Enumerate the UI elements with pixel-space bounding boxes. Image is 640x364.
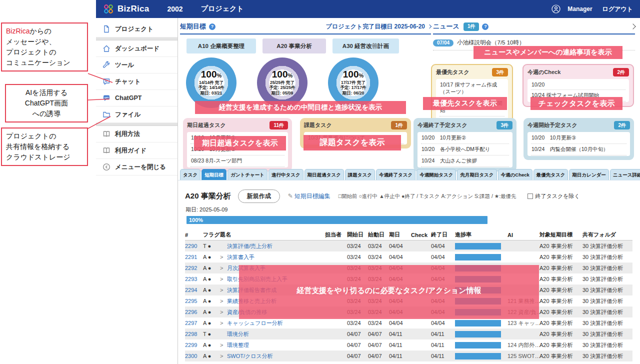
sidebar-item-label: ファイル bbox=[115, 110, 140, 119]
task-id-link[interactable]: 2299 bbox=[185, 342, 203, 348]
sidebar-item-project[interactable]: プロジェクト bbox=[96, 21, 178, 38]
card-title: 今週終了予定タスク bbox=[418, 122, 468, 129]
new-task-button[interactable]: 新規作成 bbox=[238, 190, 280, 203]
home-icon bbox=[102, 44, 110, 52]
task-title-link[interactable]: 決算評価/売上分析 bbox=[227, 243, 272, 249]
tab[interactable]: 期日超過タスク bbox=[304, 169, 344, 180]
subtask-arrow: > bbox=[220, 342, 227, 348]
sidebar-item-label: 利用方法 bbox=[115, 130, 140, 138]
table-row: 2297 A ● >キャッシュフロー分析 03/24 03/24 04/04 0… bbox=[185, 318, 632, 328]
sidebar-item-how-to-use[interactable]: 利用方法 bbox=[96, 126, 178, 142]
tab[interactable]: ガントチャート bbox=[228, 169, 268, 180]
goal-pill-a30[interactable]: A30 経営改善計画 bbox=[332, 38, 399, 54]
folder-icon bbox=[102, 110, 110, 118]
sidebar-item-label: チャット bbox=[115, 78, 140, 86]
goal-pill-a20[interactable]: A20 事業分析 bbox=[262, 38, 326, 54]
help-icon[interactable]: ? bbox=[482, 24, 488, 30]
col-header-flag: フラグ bbox=[203, 231, 220, 238]
task-list-item[interactable]: 08/23 8月-スーツ部門 bbox=[190, 156, 284, 167]
tab[interactable]: タスク bbox=[180, 169, 200, 180]
task-list-item[interactable]: 10/20 bbox=[531, 80, 626, 90]
status-legend: □開始前 ○進行中 ▲停止中 ●終了 / T:タスク A:アクション S:課題 … bbox=[338, 193, 516, 200]
task-title-link[interactable]: 決算書入手 bbox=[227, 254, 254, 260]
sidebar-item-chatgpt[interactable]: GPT ChatGPT bbox=[96, 90, 178, 106]
sidebar-item-user-guide[interactable]: 利用ガイド bbox=[96, 142, 178, 159]
task-title-link[interactable]: 環境整理 bbox=[227, 342, 249, 348]
card-title: 今週のCheck bbox=[528, 68, 560, 76]
task-id-link[interactable]: 2296 bbox=[185, 309, 203, 315]
task-flag: A ● bbox=[203, 298, 220, 304]
task-id-link[interactable]: 2297 bbox=[185, 320, 203, 326]
task-progress-bar bbox=[455, 342, 501, 348]
task-flag: A ● bbox=[203, 276, 220, 282]
task-ai-link[interactable]: 123 キャッ… bbox=[508, 320, 540, 327]
tab[interactable]: 課題タスク bbox=[345, 169, 375, 180]
task-folder: 30 決算評価分析 bbox=[582, 286, 632, 294]
task-list-item[interactable]: 10/20 各小学校へDM手配り bbox=[421, 144, 509, 156]
tab[interactable]: 今週のCheck bbox=[498, 169, 532, 180]
user-account-icon[interactable] bbox=[552, 4, 560, 14]
task-list-item[interactable]: 10/20 10月更新② bbox=[421, 132, 509, 144]
task-ai-link[interactable]: 124 内部外… bbox=[508, 342, 540, 349]
task-id-link[interactable]: 2293 bbox=[185, 276, 203, 282]
task-title-link[interactable]: 環境分析 bbox=[227, 331, 249, 337]
task-flag: A ● bbox=[203, 342, 220, 348]
exclude-finished-checkbox[interactable]: 終了タスクを除く bbox=[528, 192, 580, 200]
panel-title: ニュース bbox=[433, 22, 460, 31]
week-start-tasks-card: 今週開始予定タスク 2件 10/20 10月更新③10/24 内覧会開催（10月… bbox=[524, 118, 634, 160]
tab[interactable]: 期日カレンダー bbox=[569, 169, 608, 180]
task-due-date: 04/11 bbox=[389, 353, 411, 359]
task-id-link[interactable]: 2300 bbox=[185, 353, 203, 359]
task-id-link[interactable]: 2295 bbox=[185, 298, 203, 304]
goal-pill-a10[interactable]: A10 企業概要整理 bbox=[186, 38, 256, 54]
edit-goal-link[interactable]: ✎短期目標編集 bbox=[288, 192, 330, 200]
task-ai-link[interactable]: 125 SWOT… bbox=[508, 353, 540, 359]
task-goal: A20 事業分析 bbox=[540, 330, 582, 338]
logout-button[interactable]: ログアウト bbox=[602, 5, 633, 14]
annotation-overlay-check: チェックタスクを表示 bbox=[530, 97, 622, 110]
project-deadline[interactable]: プロジェクト完了目標日 2025-06-20 bbox=[326, 22, 431, 31]
task-folder: 30 決算評価分析 bbox=[582, 264, 632, 272]
annotation-files-callout: プロジェクトの 共有情報を格納する クラウドストレージ bbox=[1, 128, 88, 166]
task-id-link[interactable]: 2290 bbox=[185, 243, 203, 249]
chat-bubble-icon bbox=[102, 78, 110, 86]
subtask-arrow: > bbox=[220, 254, 227, 260]
collapse-menu-icon bbox=[102, 163, 110, 171]
task-list-item[interactable]: 10/24 内覧会開催（10月中旬） bbox=[531, 144, 626, 156]
sidebar-item-chat[interactable]: チャット bbox=[96, 74, 178, 90]
pencil-icon: ✎ bbox=[288, 192, 293, 200]
col-header-goal: 対象短期目標 bbox=[540, 231, 582, 238]
user-role-label[interactable]: Manager bbox=[568, 6, 592, 12]
sidebar-item-files[interactable]: ファイル bbox=[96, 106, 178, 123]
help-icon[interactable]: ? bbox=[209, 24, 216, 30]
tab[interactable]: 進行中タスク bbox=[268, 169, 304, 180]
task-id-link[interactable]: 2294 bbox=[185, 287, 203, 293]
task-id-link[interactable]: 2291 bbox=[185, 254, 203, 260]
task-end-date: 04/04 bbox=[431, 243, 455, 249]
tab[interactable]: 先月期日タスク bbox=[457, 169, 496, 180]
goal-donuts: 100% 14/14件 完了 予定: 14/14件 期日: 03/21 100%… bbox=[180, 58, 431, 108]
task-id-link[interactable]: 2292 bbox=[185, 265, 203, 271]
chevron-right-icon[interactable] bbox=[630, 24, 636, 29]
task-list-item[interactable]: 10/17 採寸フォーム作成（スーツ） bbox=[440, 80, 504, 98]
sidebar: プロジェクト ダッシュボード ツール チャット GPT ChatGPT ファイル… bbox=[96, 18, 178, 364]
tab[interactable]: ニュース詳細 bbox=[610, 169, 640, 180]
tab[interactable]: 短期目標 bbox=[202, 169, 226, 180]
tab[interactable]: 最優先タスク bbox=[534, 169, 568, 180]
sidebar-item-close-menu[interactable]: メニューを閉じる bbox=[96, 159, 178, 176]
task-title-link[interactable]: SWOT/クロス分析 bbox=[227, 353, 273, 359]
sidebar-item-dashboard[interactable]: ダッシュボード bbox=[96, 40, 178, 57]
task-progress-bar bbox=[455, 254, 501, 260]
task-list-item[interactable]: 10/20 10月更新③ bbox=[531, 132, 626, 144]
sidebar-item-tools[interactable]: ツール bbox=[96, 57, 178, 74]
task-id-link[interactable]: 2298 bbox=[185, 331, 203, 337]
checkbox-icon[interactable] bbox=[528, 194, 533, 199]
tab[interactable]: 今週開始タスク bbox=[416, 169, 456, 180]
col-header-due: 期日 bbox=[389, 231, 411, 238]
task-progress-bar bbox=[455, 353, 501, 360]
task-title-link[interactable]: キャッシュフロー分析 bbox=[227, 320, 283, 326]
annotation-overlay-overdue: 期日超過タスクを表示 bbox=[194, 136, 286, 150]
task-list-item[interactable]: 10/24 大山さんご挨拶 bbox=[421, 156, 509, 167]
tab[interactable]: 今週終了タスク bbox=[376, 169, 416, 180]
nav-project-menu[interactable]: プロジェクト bbox=[201, 4, 244, 14]
